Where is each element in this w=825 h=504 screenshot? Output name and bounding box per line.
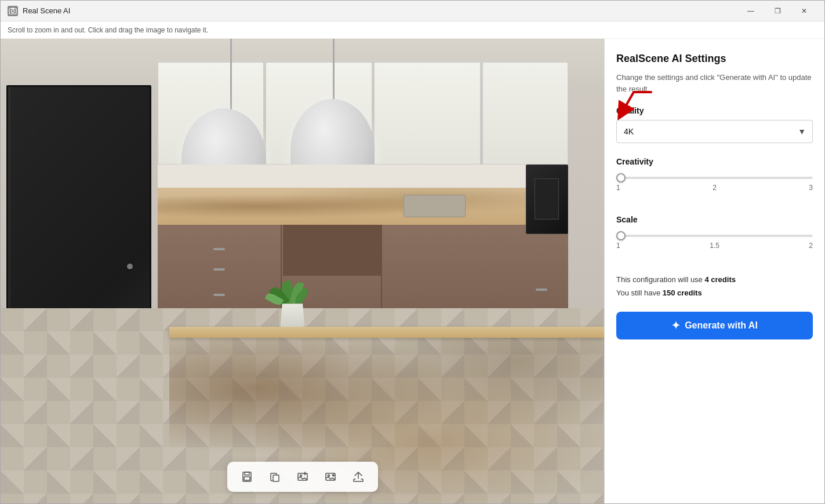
creativity-label: Creativity [616,157,813,166]
svg-point-1 [12,10,14,13]
close-button[interactable]: ✕ [791,1,817,21]
credits-remaining: 150 credits [663,288,702,297]
creativity-slider[interactable] [616,177,813,179]
creativity-mark-3: 3 [809,184,813,192]
app-icon [8,6,18,16]
creativity-mark-1: 1 [616,184,620,192]
scale-slider-container: 1 1.5 2 [616,229,813,261]
title-bar: Real Scene AI — ❐ ✕ [1,1,824,21]
microwave [526,165,568,234]
scale-mark-1: 1 [616,242,620,250]
svg-point-10 [328,475,329,477]
scene-render [1,39,604,503]
counter-surface [158,188,568,225]
app-title: Real Scene AI [23,6,737,15]
export-button[interactable] [320,466,341,487]
credits-line1-prefix: This configuration will use [616,275,704,284]
svg-rect-0 [9,9,16,14]
svg-point-8 [300,475,301,477]
scale-setting: Scale 1 1.5 2 [616,215,813,261]
minimize-button[interactable]: — [737,1,764,21]
app-window: Real Scene AI — ❐ ✕ Scroll to zoom in an… [0,0,825,504]
share-button[interactable] [348,466,369,487]
plant [272,275,312,327]
microwave-screen [526,165,568,233]
quality-setting: Quality SD HD Full HD 4K 8K ▼ [616,106,813,143]
island-top-edge [169,327,604,337]
quality-label: Quality [616,106,813,115]
svg-rect-2 [11,8,14,9]
generate-button-label: Generate with AI [685,320,758,331]
plant-pot [280,304,304,327]
credits-line-1: This configuration will use 4 credits [616,273,813,286]
right-panel: RealScene AI Settings Change the setting… [604,39,824,503]
export-icon [325,471,336,483]
subtitle-text: Scroll to zoom in and out. Click and dra… [8,26,208,34]
door-handle [127,264,133,269]
copy-button[interactable] [264,466,285,487]
subtitle-bar: Scroll to zoom in and out. Click and dra… [1,21,824,39]
backsplash [158,165,568,188]
drawer-handle-3 [213,248,225,250]
window-controls: — ❐ ✕ [737,1,817,21]
save-icon [241,471,253,483]
import-image-icon [297,471,308,483]
scale-mark-3: 2 [809,242,813,250]
scale-mark-2: 1.5 [710,242,719,250]
creativity-marks: 1 2 3 [616,184,813,192]
wand-icon: ✦ [671,319,680,332]
lower-cabinet-shelf [283,225,381,276]
svg-rect-4 [245,472,249,475]
panel-title: RealScene AI Settings [616,53,813,65]
generate-button[interactable]: ✦ Generate with AI [616,312,813,339]
kitchen-background [1,39,604,503]
drawer-handle-4 [536,288,547,291]
plant-leaves [272,275,312,306]
canvas-area[interactable] [1,39,604,503]
creativity-mark-2: 2 [713,184,717,192]
creativity-setting: Creativity 1 2 3 [616,157,813,203]
credits-line2-prefix: You still have [616,288,663,297]
share-icon [352,471,364,483]
drawer-handle-1 [213,294,225,296]
creativity-slider-container: 1 2 3 [616,171,813,203]
quality-select[interactable]: SD HD Full HD 4K 8K [616,120,813,143]
drawer-handle-2 [213,268,225,271]
credits-line-2: You still have 150 credits [616,286,813,300]
scale-label: Scale [616,215,813,224]
cabinet-3 [374,62,481,164]
save-button[interactable] [237,466,257,487]
cabinet-4 [482,62,568,164]
copy-icon [269,471,281,483]
scale-marks: 1 1.5 2 [616,242,813,250]
credits-amount: 4 credits [704,275,735,284]
maximize-button[interactable]: ❐ [764,1,791,21]
bottom-toolbar [227,462,378,492]
import-image-button[interactable] [292,466,313,487]
sink [404,195,465,217]
main-content: RealScene AI Settings Change the setting… [1,39,824,503]
svg-rect-6 [273,475,279,481]
scale-slider[interactable] [616,235,813,237]
microwave-door [535,178,559,220]
panel-description: Change the settings and click "Generate … [616,72,813,94]
credits-info: This configuration will use 4 credits Yo… [616,273,813,300]
svg-rect-5 [244,477,250,480]
quality-select-wrapper: SD HD Full HD 4K 8K ▼ [616,120,813,143]
description-area: Change the settings and click "Generate … [616,72,813,94]
